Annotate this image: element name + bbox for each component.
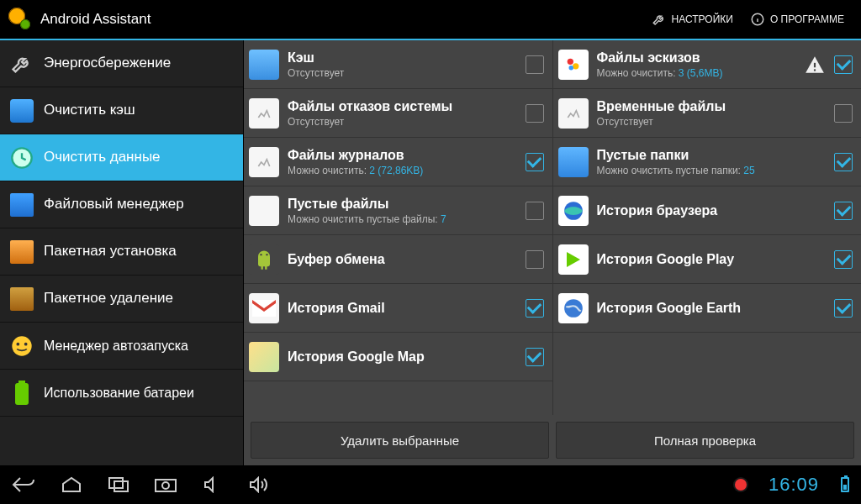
- item-checkbox[interactable]: [526, 55, 544, 74]
- list-item[interactable]: Файлы отказов системыОтсутствует: [244, 89, 552, 138]
- list-item[interactable]: История Google Earth: [553, 284, 862, 333]
- batch-install-icon: [8, 239, 35, 265]
- full-check-button[interactable]: Полная проверка: [556, 422, 854, 459]
- svg-rect-18: [114, 481, 128, 491]
- list-item[interactable]: Буфер обмена: [244, 235, 552, 284]
- item-checkbox[interactable]: [526, 250, 544, 269]
- list-item[interactable]: История Google Map: [244, 333, 552, 381]
- item-checkbox[interactable]: [834, 55, 853, 74]
- item-checkbox[interactable]: [526, 202, 544, 220]
- file-icon: [249, 196, 279, 226]
- sidebar-item-label: Использование батареи: [44, 385, 194, 401]
- volume-up-button[interactable]: [247, 475, 272, 495]
- sidebar-item-label: Пакетное удаление: [44, 290, 173, 307]
- item-checkbox[interactable]: [526, 153, 544, 171]
- item-title: Временные файлы: [597, 99, 827, 114]
- sidebar-item-power-saving[interactable]: Энергосбережение: [0, 40, 243, 87]
- list-item[interactable]: Пустые файлыМожно очистить пустые файлы:…: [244, 186, 552, 235]
- volume-down-button[interactable]: [200, 475, 225, 495]
- svg-point-4: [24, 342, 28, 345]
- svg-rect-17: [109, 478, 123, 488]
- item-checkbox[interactable]: [526, 348, 544, 366]
- info-icon: [750, 12, 765, 27]
- svg-point-20: [162, 482, 169, 489]
- item-title: Файлы журналов: [288, 148, 517, 163]
- wrench-icon: [8, 50, 35, 77]
- svg-point-3: [16, 342, 19, 345]
- clear-data-icon: [8, 144, 35, 171]
- battery-usage-icon: [8, 380, 35, 407]
- back-button[interactable]: [12, 475, 37, 495]
- item-checkbox[interactable]: [834, 250, 853, 269]
- sidebar-item-batch-uninstall[interactable]: Пакетное удаление: [0, 276, 243, 323]
- app-logo-icon: [8, 8, 32, 31]
- sidebar-item-batch-install[interactable]: Пакетная установка: [0, 228, 243, 276]
- sidebar-item-clear-cache[interactable]: Очистить кэш: [0, 87, 243, 134]
- screenshot-button[interactable]: [153, 475, 178, 495]
- sidebar-item-label: Очистить кэш: [44, 102, 135, 118]
- item-title: Кэш: [288, 50, 517, 66]
- button-label: Удалить выбранные: [341, 433, 459, 448]
- system-navbar: 16:09: [0, 465, 861, 504]
- svg-rect-6: [15, 383, 29, 405]
- browser-icon: [558, 196, 589, 226]
- cache-icon: [249, 50, 279, 80]
- file-icon: [558, 98, 589, 129]
- item-subtitle: Можно очистить пустые папки: 25: [597, 165, 827, 176]
- item-checkbox[interactable]: [834, 153, 853, 171]
- list-item[interactable]: Файлы эскизовМожно очистить: 3 (5,6MB): [553, 40, 862, 89]
- recording-indicator-icon: [735, 479, 747, 491]
- about-button[interactable]: О ПРОГРАММЕ: [742, 8, 853, 30]
- item-checkbox[interactable]: [834, 202, 853, 220]
- settings-button[interactable]: НАСТРОЙКИ: [643, 8, 742, 30]
- item-title: Пустые файлы: [288, 197, 517, 212]
- clean-list-right: Файлы эскизовМожно очистить: 3 (5,6MB) В…: [552, 40, 862, 415]
- app-title: Android Assistant: [40, 11, 151, 28]
- list-item[interactable]: Пустые папкиМожно очистить пустые папки:…: [553, 138, 862, 186]
- about-label: О ПРОГРАММЕ: [770, 13, 844, 25]
- sidebar-item-label: Менеджер автозапуска: [44, 338, 188, 354]
- thumbs-icon: [558, 50, 589, 80]
- item-checkbox[interactable]: [834, 299, 853, 318]
- svg-point-11: [573, 63, 578, 69]
- svg-rect-14: [814, 69, 816, 71]
- batch-uninstall-icon: [8, 286, 35, 312]
- list-item[interactable]: Временные файлыОтсутствует: [553, 89, 862, 138]
- file-icon: [249, 98, 279, 129]
- sidebar-item-clear-data[interactable]: Очистить данные: [0, 134, 243, 181]
- item-subtitle: Можно очистить: 3 (5,6MB): [597, 67, 796, 79]
- sidebar-item-label: Файловый менеджер: [44, 196, 184, 213]
- sidebar-item-file-manager[interactable]: Файловый менеджер: [0, 181, 243, 228]
- recent-apps-button[interactable]: [106, 475, 131, 495]
- item-checkbox[interactable]: [526, 104, 544, 123]
- content-area: КэшОтсутствует Файлы отказов системыОтсу…: [244, 40, 861, 465]
- list-item[interactable]: История Gmail: [244, 284, 552, 333]
- item-title: История Gmail: [288, 301, 517, 316]
- sidebar-item-label: Пакетная установка: [44, 243, 177, 260]
- list-item[interactable]: История браузера: [553, 186, 862, 235]
- svg-point-2: [12, 336, 31, 355]
- earth-icon: [558, 293, 589, 323]
- sidebar-item-startup-manager[interactable]: Менеджер автозапуска: [0, 323, 243, 370]
- sidebar: Энергосбережение Очистить кэш Очистить д…: [0, 40, 244, 465]
- maps-icon: [249, 342, 279, 372]
- android-icon: [249, 244, 279, 275]
- app-header: Android Assistant НАСТРОЙКИ О ПРОГРАММЕ: [0, 0, 861, 40]
- item-checkbox[interactable]: [834, 104, 853, 123]
- item-subtitle: Отсутствует: [288, 116, 517, 128]
- item-subtitle: Можно очистить пустые файлы: 7: [288, 213, 517, 225]
- item-title: Файлы отказов системы: [288, 99, 517, 114]
- svg-point-16: [564, 299, 583, 318]
- list-item[interactable]: Файлы журналовМожно очистить: 2 (72,86KB…: [244, 138, 552, 186]
- svg-point-10: [567, 58, 573, 64]
- item-title: Пустые папки: [597, 148, 827, 163]
- item-checkbox[interactable]: [526, 299, 544, 318]
- delete-selected-button[interactable]: Удалить выбранные: [251, 422, 549, 459]
- sidebar-item-battery-usage[interactable]: Использование батареи: [0, 370, 243, 417]
- list-item[interactable]: КэшОтсутствует: [244, 40, 552, 89]
- svg-point-7: [260, 254, 261, 255]
- list-item[interactable]: История Google Play: [553, 235, 862, 284]
- item-subtitle: Отсутствует: [288, 67, 517, 79]
- file-manager-icon: [8, 192, 35, 218]
- home-button[interactable]: [59, 475, 84, 495]
